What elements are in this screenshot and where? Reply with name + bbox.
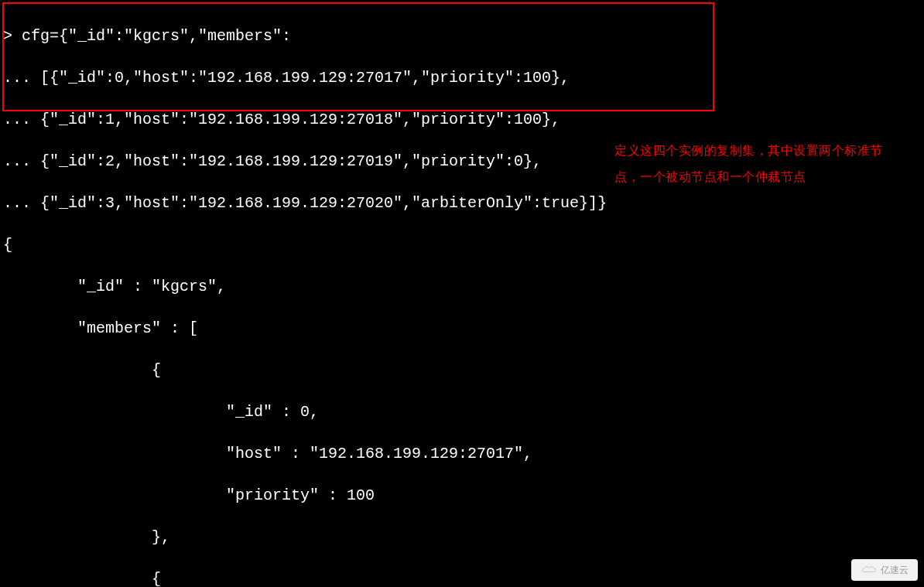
- terminal-line: {: [3, 360, 921, 381]
- terminal-line: ... {"_id":3,"host":"192.168.199.129:270…: [3, 193, 921, 213]
- watermark-text: 亿速云: [881, 564, 909, 576]
- terminal-line: > cfg={"_id":"kgcrs","members":: [3, 26, 921, 46]
- terminal-line: "host" : "192.168.199.129:27017",: [3, 443, 921, 464]
- terminal-line: {: [3, 568, 921, 587]
- terminal-line: "members" : [: [3, 318, 921, 339]
- terminal-line: "_id" : 0,: [3, 401, 921, 422]
- terminal-line: },: [3, 527, 921, 548]
- terminal-line: "_id" : "kgcrs",: [3, 276, 921, 297]
- annotation-text: 定义这四个实例的复制集，其中设置两个标准节 点，一个被动节点和一个仲裁节点: [614, 138, 901, 189]
- watermark-badge: 亿速云: [851, 559, 918, 581]
- terminal-output: > cfg={"_id":"kgcrs","members": ... [{"_…: [0, 0, 924, 587]
- terminal-line: ... {"_id":1,"host":"192.168.199.129:270…: [3, 109, 921, 130]
- terminal-line: ... [{"_id":0,"host":"192.168.199.129:27…: [3, 67, 921, 88]
- annotation-line: 点，一个被动节点和一个仲裁节点: [614, 170, 806, 183]
- annotation-line: 定义这四个实例的复制集，其中设置两个标准节: [614, 144, 883, 157]
- terminal-line: {: [3, 234, 921, 255]
- terminal-line: "priority" : 100: [3, 485, 921, 506]
- cloud-icon: [861, 565, 878, 575]
